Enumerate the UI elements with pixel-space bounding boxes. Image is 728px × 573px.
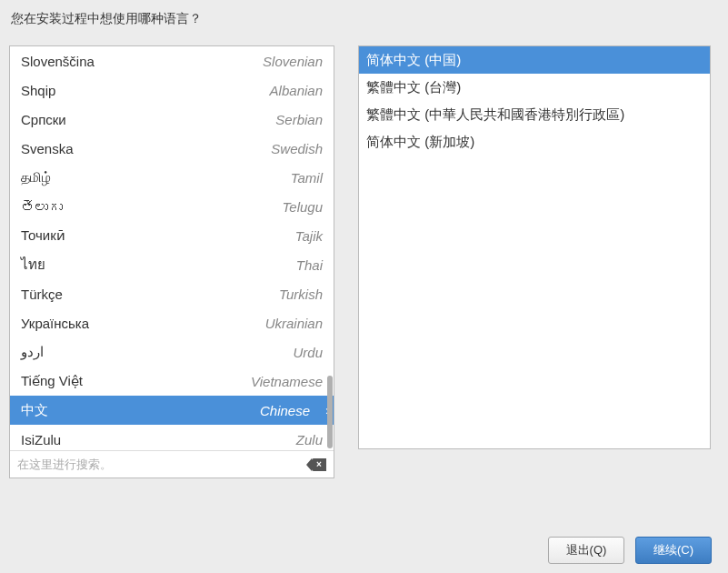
language-english-label: Zulu: [61, 432, 323, 447]
language-panel: SlovenščinaSlovenianShqipAlbanianСрпскиS…: [9, 45, 334, 478]
language-english-label: Chinese: [48, 403, 323, 418]
language-native-label: தமிழ்: [21, 169, 51, 186]
language-row[interactable]: اردوUrdu: [10, 337, 334, 367]
language-row[interactable]: Tiếng ViệtVietnamese: [10, 367, 334, 396]
language-row[interactable]: ТочикӣTajik: [10, 221, 334, 250]
locale-row[interactable]: 繁體中文 (中華人民共和國香港特別行政區): [359, 101, 710, 128]
language-native-label: Slovenščina: [21, 54, 95, 69]
language-native-label: Точикӣ: [21, 227, 65, 244]
locale-row[interactable]: 繁體中文 (台灣): [359, 74, 710, 101]
language-row[interactable]: ShqipAlbanian: [10, 75, 334, 105]
language-english-label: Thai: [45, 257, 323, 273]
language-english-label: Telugu: [63, 199, 323, 215]
language-english-label: Serbian: [66, 112, 323, 127]
locale-row[interactable]: 简体中文 (中国): [359, 46, 710, 74]
bottom-bar: 退出(Q) 继续(C): [548, 537, 712, 564]
language-row[interactable]: СрпскиSerbian: [10, 105, 334, 134]
language-native-label: Tiếng Việt: [21, 373, 83, 389]
language-row[interactable]: TürkçeTurkish: [10, 279, 334, 308]
language-english-label: Albanian: [55, 83, 323, 98]
language-english-label: Vietnamese: [83, 374, 323, 389]
language-english-label: Ukrainian: [89, 316, 323, 331]
language-native-label: తెలుగు: [21, 199, 63, 215]
language-row[interactable]: 中文Chinese›: [10, 396, 334, 425]
locale-panel[interactable]: 简体中文 (中国)繁體中文 (台灣)繁體中文 (中華人民共和國香港特別行政區)简…: [358, 45, 711, 449]
language-row[interactable]: IsiZuluZulu: [10, 425, 334, 450]
language-row[interactable]: தமிழ்Tamil: [10, 163, 334, 192]
language-native-label: IsiZulu: [21, 432, 61, 447]
language-native-label: 中文: [21, 402, 48, 419]
language-english-label: Swedish: [74, 141, 323, 156]
continue-button[interactable]: 继续(C): [635, 537, 712, 564]
language-list[interactable]: SlovenščinaSlovenianShqipAlbanianСрпскиS…: [10, 46, 334, 450]
language-native-label: Shqip: [21, 83, 55, 98]
language-row[interactable]: ไทยThai: [10, 250, 334, 279]
language-row[interactable]: తెలుగుTelugu: [10, 192, 334, 221]
language-row[interactable]: УкраїнськаUkrainian: [10, 308, 334, 337]
language-native-label: ไทย: [21, 254, 45, 276]
search-row: ×: [10, 450, 334, 478]
language-native-label: Svenska: [21, 141, 74, 156]
language-row[interactable]: SlovenščinaSlovenian: [10, 46, 334, 75]
scrollbar-thumb[interactable]: [327, 376, 333, 448]
quit-button[interactable]: 退出(Q): [548, 537, 624, 564]
language-native-label: Српски: [21, 112, 66, 127]
language-english-label: Tajik: [65, 228, 323, 244]
language-english-label: Urdu: [44, 345, 323, 360]
language-native-label: Türkçe: [21, 286, 63, 302]
backspace-icon[interactable]: ×: [312, 458, 326, 471]
locale-row[interactable]: 简体中文 (新加坡): [359, 128, 710, 156]
language-native-label: اردو: [21, 344, 44, 360]
language-english-label: Tamil: [51, 170, 323, 186]
language-english-label: Turkish: [63, 286, 323, 302]
panels-container: SlovenščinaSlovenianShqipAlbanianСрпскиS…: [9, 45, 719, 478]
language-native-label: Українська: [21, 316, 89, 331]
scrollbar-track[interactable]: [324, 46, 334, 450]
language-row[interactable]: SvenskaSwedish: [10, 134, 334, 163]
language-english-label: Slovenian: [95, 54, 323, 69]
search-input[interactable]: [17, 457, 312, 471]
question-label: 您在安装过程中想使用哪种语言？: [9, 11, 719, 27]
